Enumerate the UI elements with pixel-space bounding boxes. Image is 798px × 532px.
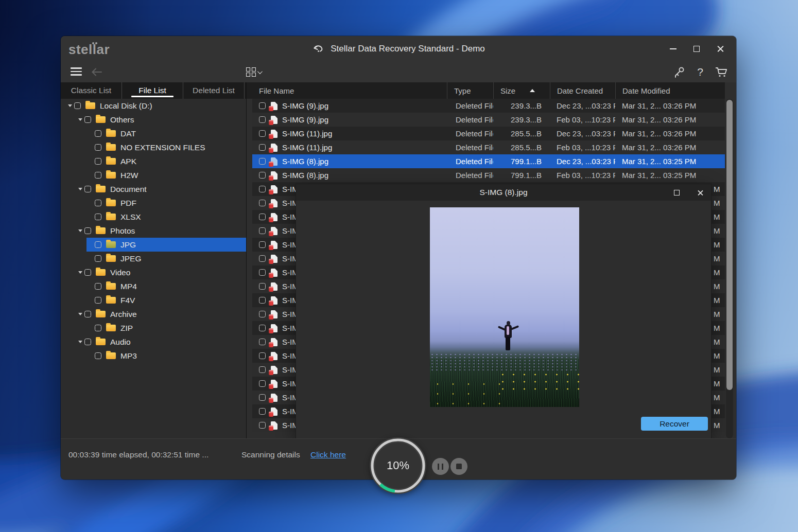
caret-down-icon[interactable] [68, 104, 72, 107]
checkbox[interactable] [259, 339, 266, 345]
maximize-button[interactable] [685, 39, 708, 59]
caret-down-icon[interactable] [78, 341, 82, 343]
checkbox[interactable] [84, 227, 91, 234]
tree-item-jpg[interactable]: JPG [61, 238, 246, 252]
back-arrow-icon[interactable] [91, 66, 103, 78]
table-row[interactable]: S-IMG (8).jpgDeleted File799.1...BDec 23… [252, 154, 725, 168]
checkbox[interactable] [74, 102, 81, 109]
checkbox[interactable] [95, 130, 101, 137]
tree-item-others[interactable]: Others [61, 113, 246, 127]
checkbox[interactable] [95, 325, 101, 331]
checkbox[interactable] [84, 311, 91, 317]
cart-icon[interactable] [715, 65, 729, 79]
caret-down-icon[interactable] [78, 271, 82, 274]
column-header-date-created[interactable]: Date Created [550, 82, 615, 99]
checkbox[interactable] [259, 200, 266, 206]
checkbox[interactable] [95, 172, 101, 179]
checkbox[interactable] [95, 352, 101, 359]
checkbox[interactable] [95, 255, 101, 262]
checkbox[interactable] [95, 283, 101, 290]
tree-item-xlsx[interactable]: XLSX [61, 210, 246, 224]
checkbox[interactable] [259, 144, 266, 151]
table-row[interactable]: S-IMG (11).jpgDeleted File285.5...BDec 2… [252, 127, 725, 140]
preview-close-button[interactable] [695, 187, 706, 198]
checkbox[interactable] [259, 130, 266, 137]
tree-item-apk[interactable]: APK [61, 154, 246, 168]
help-icon[interactable]: ? [697, 66, 703, 78]
tree-item-zip[interactable]: ZIP [61, 321, 246, 335]
checkbox[interactable] [259, 422, 266, 429]
caret-down-icon[interactable] [78, 188, 82, 190]
checkbox[interactable] [259, 408, 266, 415]
checkbox[interactable] [259, 214, 266, 220]
checkbox[interactable] [259, 366, 266, 373]
checkbox[interactable] [259, 352, 266, 359]
tree-item-h2w[interactable]: H2W [61, 168, 246, 182]
caret-down-icon[interactable] [78, 229, 82, 232]
checkbox[interactable] [95, 158, 101, 165]
tree-item-jpeg[interactable]: JPEG [61, 252, 246, 265]
table-row[interactable]: S-IMG (8).jpgDeleted File799.1...BFeb 03… [252, 168, 725, 182]
column-header-date-modified[interactable]: Date Modified [615, 82, 725, 99]
caret-down-icon[interactable] [78, 118, 82, 121]
checkbox[interactable] [259, 394, 266, 401]
tab-file-list[interactable]: File List [122, 82, 183, 99]
checkbox[interactable] [259, 269, 266, 276]
checkbox[interactable] [84, 116, 91, 123]
checkbox[interactable] [259, 172, 266, 179]
checkbox[interactable] [95, 214, 101, 220]
tree-item-dat[interactable]: DAT [61, 127, 246, 140]
checkbox[interactable] [259, 241, 266, 248]
checkbox[interactable] [95, 200, 101, 206]
view-grid-icon[interactable] [246, 66, 264, 78]
scrollbar-thumb[interactable] [726, 100, 733, 390]
checkbox[interactable] [259, 311, 266, 317]
column-header-type[interactable]: Type [447, 82, 493, 99]
tree-item-mp3[interactable]: MP3 [61, 349, 246, 363]
checkbox[interactable] [259, 255, 266, 262]
tree-item-pdf[interactable]: PDF [61, 196, 246, 210]
checkbox[interactable] [95, 241, 101, 248]
tree-item-mp4[interactable]: MP4 [61, 279, 246, 293]
tree-item-video[interactable]: Video [61, 265, 246, 279]
table-scrollbar[interactable] [726, 99, 733, 438]
checkbox[interactable] [259, 297, 266, 304]
tree-item-document[interactable]: Document [61, 182, 246, 196]
tree-item-archive[interactable]: Archive [61, 307, 246, 321]
checkbox[interactable] [259, 186, 266, 192]
key-icon[interactable] [672, 65, 686, 79]
table-row[interactable]: S-IMG (11).jpgDeleted File285.5...BFeb 0… [252, 140, 725, 154]
tab-classic-list[interactable]: Classic List [61, 82, 122, 99]
checkbox[interactable] [259, 227, 266, 234]
recover-button[interactable]: Recover [641, 417, 708, 431]
tree-item-photos[interactable]: Photos [61, 224, 246, 238]
stop-button[interactable] [450, 458, 467, 475]
column-header-size[interactable]: Size [493, 82, 550, 99]
checkbox[interactable] [95, 297, 101, 304]
column-header-file-name[interactable]: File Name [252, 82, 447, 99]
checkbox[interactable] [95, 144, 101, 151]
tree-item-f4v[interactable]: F4V [61, 293, 246, 307]
checkbox[interactable] [259, 102, 266, 109]
caret-down-icon[interactable] [78, 313, 82, 315]
tree-item-no-extension-files[interactable]: NO EXTENSION FILES [61, 140, 246, 154]
checkbox[interactable] [84, 339, 91, 345]
checkbox[interactable] [259, 325, 266, 331]
tree-item-local-disk-d[interactable]: Local Disk (D:) [61, 99, 246, 113]
table-row[interactable]: S-IMG (9).jpgDeleted File239.3...BFeb 03… [252, 113, 725, 127]
checkbox[interactable] [259, 116, 266, 123]
preview-maximize-button[interactable] [671, 187, 682, 198]
checkbox[interactable] [84, 186, 91, 192]
minimize-button[interactable] [661, 39, 685, 59]
tree-item-audio[interactable]: Audio [61, 335, 246, 349]
checkbox[interactable] [84, 269, 91, 276]
scanning-details-link[interactable]: Click here [310, 450, 346, 459]
tab-deleted-list[interactable]: Deleted List [183, 82, 245, 99]
checkbox[interactable] [259, 158, 266, 165]
menu-icon[interactable] [71, 66, 82, 77]
pause-button[interactable] [432, 458, 449, 475]
checkbox[interactable] [259, 283, 266, 290]
table-row[interactable]: S-IMG (9).jpgDeleted File239.3...BDec 23… [252, 99, 725, 113]
close-button[interactable] [708, 39, 732, 59]
checkbox[interactable] [259, 380, 266, 387]
